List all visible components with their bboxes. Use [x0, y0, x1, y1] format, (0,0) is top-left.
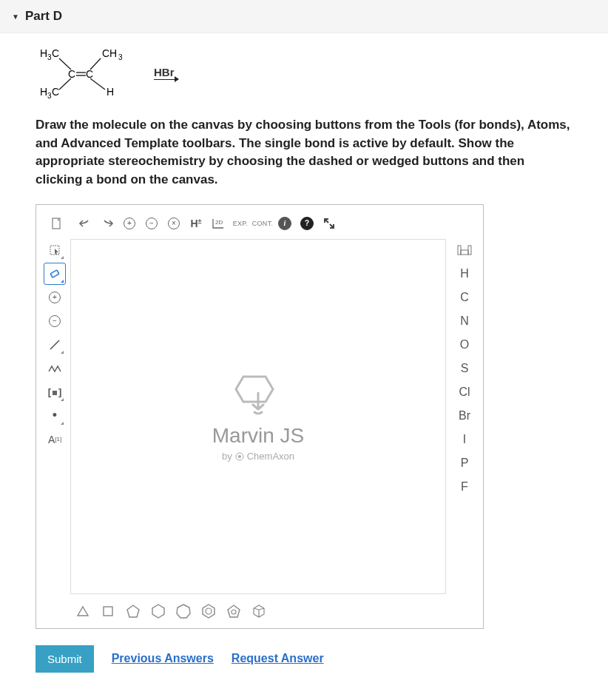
atom-h[interactable]: H [453, 263, 476, 285]
svg-line-12 [90, 78, 105, 90]
content-area: H3C CH3 H3C H C C HBr Draw the molecule … [0, 33, 608, 686]
instructions-text: Draw the molecule on the canvas by choos… [36, 116, 572, 189]
radical-tool[interactable]: • [44, 405, 66, 427]
atom-br[interactable]: Br [453, 405, 476, 427]
template-3d[interactable] [249, 602, 268, 621]
part-title: Part D [25, 9, 62, 24]
new-file-icon[interactable] [47, 214, 67, 233]
chain-tool[interactable] [44, 357, 66, 380]
expand-button[interactable]: EXP. [230, 214, 251, 233]
zoom-out-icon[interactable]: − [141, 214, 162, 233]
svg-text:2D: 2D [215, 219, 223, 226]
reaction-diagram: H3C CH3 H3C H C C HBr [36, 47, 572, 98]
svg-rect-20 [50, 269, 59, 277]
request-answer-link[interactable]: Request Answer [232, 652, 324, 665]
atom-map-tool[interactable]: A[1] [44, 428, 66, 451]
marvin-logo-icon [232, 371, 284, 415]
tools-toolbar: + − [] • A[1] [44, 239, 70, 594]
redo-icon[interactable] [97, 214, 118, 233]
svg-text:3: 3 [118, 53, 123, 61]
svg-point-29 [206, 608, 212, 614]
collapse-caret-icon: ▼ [12, 13, 19, 21]
atoms-toolbar: H C N O S Cl Br I P F [446, 239, 476, 594]
template-cyclopropane[interactable] [73, 602, 92, 621]
contract-button[interactable]: CONT. [252, 214, 273, 233]
svg-text:H: H [107, 86, 114, 98]
editor-body: + − [] • A[1] [44, 239, 476, 594]
marvin-editor: + − × H± 2D EXP. CONT. i ? [36, 204, 484, 629]
atom-i[interactable]: I [453, 428, 476, 451]
drawing-canvas[interactable]: Marvin JS by ChemAxon [70, 239, 446, 594]
svg-rect-27 [468, 246, 471, 255]
svg-text:C: C [68, 68, 75, 80]
svg-text:C: C [52, 47, 59, 59]
charge-minus-tool[interactable]: − [44, 310, 66, 332]
svg-text:CH: CH [102, 47, 117, 59]
template-cycloheptane[interactable] [174, 602, 193, 621]
atom-s[interactable]: S [453, 357, 476, 380]
top-toolbar: + − × H± 2D EXP. CONT. i ? [44, 212, 476, 239]
explicit-h-button[interactable]: H± [186, 214, 206, 233]
reagent-label: HBr [154, 66, 175, 80]
svg-rect-22 [53, 391, 57, 395]
zoom-fit-icon[interactable]: × [163, 214, 184, 233]
atom-n[interactable]: N [453, 310, 476, 332]
template-benzene[interactable] [199, 602, 218, 621]
template-cyclopentane[interactable] [124, 602, 143, 621]
atom-c[interactable]: C [453, 286, 476, 309]
atom-map-label: A [48, 434, 55, 445]
brand-byline: by ChemAxon [222, 451, 294, 462]
selection-tool[interactable] [44, 239, 66, 261]
svg-rect-28 [104, 607, 112, 616]
brand-title: Marvin JS [212, 424, 304, 448]
svg-point-30 [232, 610, 236, 614]
undo-icon[interactable] [75, 214, 95, 233]
reactant-molecule: H3C CH3 H3C H C C [36, 47, 132, 98]
template-cyclohexane[interactable] [149, 602, 168, 621]
template-toolbar [44, 594, 476, 621]
atom-o[interactable]: O [453, 334, 476, 356]
svg-line-21 [50, 340, 59, 349]
fullscreen-icon[interactable] [319, 214, 340, 233]
svg-text:C: C [52, 86, 59, 98]
svg-text:H: H [40, 47, 47, 59]
previous-answers-link[interactable]: Previous Answers [112, 652, 214, 665]
svg-text:H: H [40, 86, 47, 98]
atom-p[interactable]: P [453, 452, 476, 474]
help-icon[interactable]: ? [297, 214, 317, 233]
bracket-tool[interactable]: [] [44, 381, 66, 403]
submit-button[interactable]: Submit [36, 645, 94, 673]
answer-actions: Submit Previous Answers Request Answer [36, 645, 572, 673]
part-header[interactable]: ▼ Part D [0, 0, 608, 33]
h-label: H [190, 218, 197, 229]
charge-plus-tool[interactable]: + [44, 286, 66, 309]
zoom-in-icon[interactable]: + [119, 214, 140, 233]
svg-point-24 [238, 455, 241, 458]
single-bond-tool[interactable] [44, 334, 66, 356]
periodic-table-button[interactable] [453, 239, 476, 261]
atom-f[interactable]: F [453, 476, 476, 498]
svg-rect-25 [458, 246, 461, 255]
atom-cl[interactable]: Cl [453, 381, 476, 403]
svg-text:C: C [86, 68, 93, 80]
chemaxon-logo-icon [235, 452, 244, 461]
svg-rect-26 [461, 250, 468, 255]
erase-tool[interactable] [44, 263, 66, 285]
svg-line-10 [59, 78, 71, 90]
template-cyclobutane[interactable] [98, 602, 118, 621]
view-2d-button[interactable]: 2D [208, 214, 229, 233]
info-icon[interactable]: i [274, 214, 295, 233]
template-pyrrole[interactable] [224, 602, 243, 621]
